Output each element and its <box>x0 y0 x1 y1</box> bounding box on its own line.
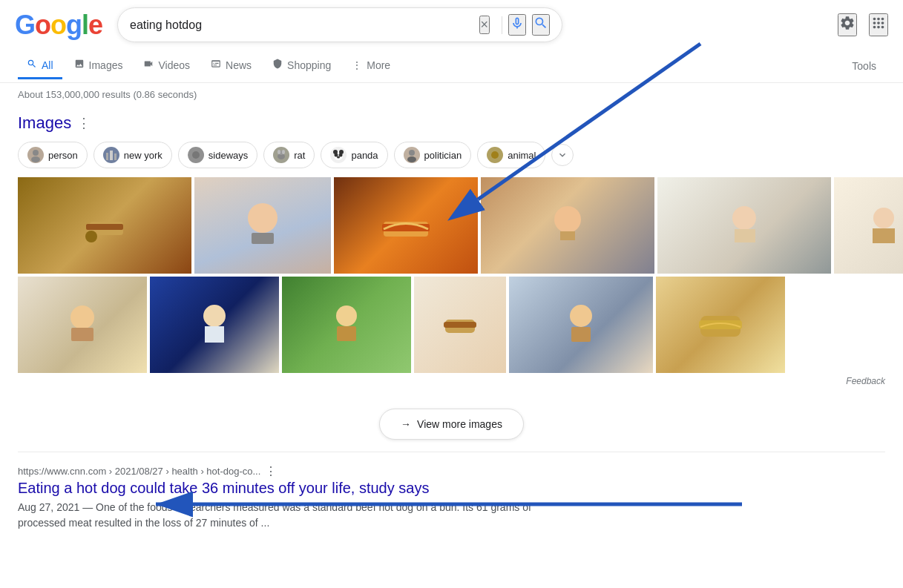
svg-rect-35 <box>205 326 224 343</box>
image-grid <box>18 177 885 373</box>
chip-politician-label: politician <box>424 150 462 161</box>
view-more-images-button[interactable]: → View more images <box>379 409 524 440</box>
image-row-1 <box>18 177 885 274</box>
all-icon <box>27 59 37 71</box>
search-button[interactable] <box>532 14 550 36</box>
tab-all-label: All <box>42 59 53 71</box>
feedback-label[interactable]: Feedback <box>18 373 885 389</box>
svg-rect-3 <box>110 151 113 160</box>
image-item[interactable] <box>334 177 478 274</box>
tab-all[interactable]: All <box>18 53 62 79</box>
svg-rect-33 <box>71 328 93 341</box>
image-item[interactable] <box>509 277 653 373</box>
svg-point-17 <box>407 156 416 162</box>
svg-rect-37 <box>337 326 356 341</box>
voice-search-button[interactable] <box>508 14 526 36</box>
image-item[interactable] <box>414 277 506 373</box>
svg-rect-20 <box>86 224 123 230</box>
image-item[interactable] <box>150 277 279 373</box>
svg-rect-39 <box>444 322 476 328</box>
filter-chip-sideways[interactable]: sideways <box>178 142 257 168</box>
news-icon <box>211 59 221 71</box>
clear-button[interactable]: × <box>479 16 490 34</box>
tab-more-label: More <box>367 59 390 71</box>
image-item[interactable] <box>18 277 147 373</box>
svg-rect-27 <box>560 231 575 240</box>
filter-chip-panda[interactable]: panda <box>321 142 387 168</box>
more-icon: ⋮ <box>352 59 362 71</box>
tab-news[interactable]: News <box>202 53 260 79</box>
search-bar[interactable]: × <box>117 7 562 42</box>
result-date: Aug 27, 2021 <box>18 501 79 513</box>
image-item[interactable] <box>481 177 654 274</box>
svg-point-36 <box>336 305 357 326</box>
filter-chip-politician[interactable]: politician <box>394 142 472 168</box>
svg-point-26 <box>554 206 581 233</box>
svg-rect-31 <box>873 228 895 243</box>
chip-panda-label: panda <box>351 150 378 161</box>
svg-point-34 <box>203 305 226 327</box>
arrow-right-icon: → <box>401 418 411 430</box>
google-logo[interactable]: Google <box>15 10 102 41</box>
view-more-label: View more images <box>417 418 502 430</box>
images-section-title[interactable]: Images <box>18 113 71 133</box>
shopping-icon <box>272 59 283 71</box>
svg-point-1 <box>31 156 40 162</box>
nav-tabs: All Images Videos News Shopping <box>0 50 903 83</box>
image-item[interactable] <box>194 177 331 274</box>
header-right <box>838 13 888 36</box>
filter-chip-new-york[interactable]: new york <box>93 142 172 168</box>
svg-point-9 <box>282 150 285 154</box>
svg-point-0 <box>33 150 39 156</box>
tools-button[interactable]: Tools <box>843 54 885 78</box>
results-count: About 153,000,000 results (0.86 seconds) <box>0 83 903 106</box>
tab-more[interactable]: ⋮ More <box>343 53 399 79</box>
result-url: https://www.cnn.com › 2021/08/27 › healt… <box>18 464 539 478</box>
image-item[interactable] <box>18 177 191 274</box>
tab-news-label: News <box>226 59 252 71</box>
images-section: Images ⋮ person new york <box>0 106 903 397</box>
videos-icon <box>143 59 154 71</box>
chip-person-label: person <box>48 150 78 161</box>
image-item[interactable] <box>657 177 831 274</box>
image-item[interactable] <box>282 277 411 373</box>
svg-rect-2 <box>106 153 108 160</box>
svg-point-8 <box>278 150 280 154</box>
result-snippet: Aug 27, 2021 — One of the foods research… <box>18 500 539 531</box>
settings-icon[interactable] <box>838 13 857 36</box>
chip-animal-label: animal <box>508 150 536 161</box>
svg-point-21 <box>85 231 97 242</box>
image-item[interactable] <box>834 177 903 274</box>
filter-chip-animal[interactable]: animal <box>477 142 545 168</box>
image-item[interactable] <box>656 277 785 373</box>
apps-icon[interactable] <box>869 13 888 36</box>
svg-point-28 <box>732 206 756 230</box>
svg-point-14 <box>339 153 343 157</box>
filter-chip-rat[interactable]: rat <box>263 142 315 168</box>
svg-point-22 <box>248 203 278 233</box>
result-more-options-icon[interactable]: ⋮ <box>265 464 277 478</box>
filter-more-button[interactable] <box>551 144 574 166</box>
tab-videos[interactable]: Videos <box>134 53 199 79</box>
svg-rect-41 <box>571 327 591 342</box>
result-url-text: https://www.cnn.com › 2021/08/27 › healt… <box>18 466 260 477</box>
tab-images[interactable]: Images <box>65 53 132 79</box>
svg-rect-4 <box>114 153 116 160</box>
svg-point-32 <box>70 305 94 329</box>
search-result: https://www.cnn.com › 2021/08/27 › healt… <box>0 452 556 543</box>
svg-point-18 <box>491 151 499 159</box>
svg-point-30 <box>873 208 894 228</box>
svg-point-40 <box>570 305 592 327</box>
tab-shopping-label: Shopping <box>287 59 331 71</box>
chip-rat-label: rat <box>294 150 305 161</box>
images-more-options-icon[interactable]: ⋮ <box>77 115 91 131</box>
search-input[interactable] <box>130 19 479 32</box>
view-more-container: → View more images <box>18 397 885 452</box>
image-row-2 <box>18 277 885 373</box>
svg-rect-23 <box>252 233 274 244</box>
filter-chips-container: person new york sideways r <box>18 142 885 168</box>
svg-rect-29 <box>735 229 755 242</box>
filter-chip-person[interactable]: person <box>18 142 88 168</box>
tab-shopping[interactable]: Shopping <box>263 53 340 79</box>
result-title-link[interactable]: Eating a hot dog could take 36 minutes o… <box>18 480 539 497</box>
